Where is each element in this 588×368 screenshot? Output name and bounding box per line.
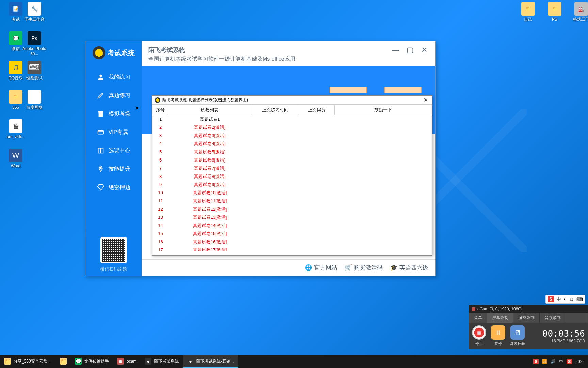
app-subtitle: 全国计算机等级考试学习软件一级计算机基础及Ms office应用 <box>148 56 392 63</box>
tray-icon-4[interactable]: S <box>567 359 572 364</box>
table-row[interactable]: 11真题试卷11[激活] <box>153 197 431 205</box>
tray-icon-0[interactable]: S <box>533 359 539 364</box>
ime-toolbar[interactable]: S 中 •, ☺ ⌨ <box>545 295 585 304</box>
table-row[interactable]: 3真题试卷3[激活] <box>153 132 431 140</box>
nav-shop[interactable]: 模拟考场 <box>90 105 137 123</box>
desktop-icon-7[interactable]: ☁百度网盘 <box>22 90 47 110</box>
table-row[interactable]: 7真题试卷7[激活] <box>153 164 431 172</box>
ocam-tab-2[interactable]: 游戏录制 <box>513 313 540 323</box>
table-row[interactable]: 2真题试卷2[激活] <box>153 123 431 132</box>
table-row[interactable]: 17真题试卷17[激活] <box>153 246 431 251</box>
taskbar-item-1[interactable]: 📁 <box>56 355 71 368</box>
edu-icon: 🎓 <box>390 264 397 271</box>
ocam-tabs: 菜单屏幕录制游戏录制音频录制 <box>469 313 588 323</box>
col-score[interactable]: 上次得分 <box>299 105 335 115</box>
table-row[interactable]: 1真题试卷1 <box>153 115 431 123</box>
table-row[interactable]: 9真题试卷9[激活] <box>153 181 431 189</box>
maximize-button[interactable]: ▢ <box>406 46 414 54</box>
qr-caption: 微信扫码刷题 <box>100 266 127 272</box>
dialog-close-button[interactable]: ✕ <box>422 97 429 103</box>
col-paper[interactable]: 试卷列表 <box>168 105 251 115</box>
col-encourage[interactable]: 鼓励一下 <box>335 105 431 115</box>
rocket-icon <box>97 165 104 173</box>
dialog-icon <box>155 97 160 103</box>
table-row[interactable]: 5真题试卷5[激活] <box>153 148 431 156</box>
table-row[interactable]: 4真题试卷4[激活] <box>153 140 431 148</box>
ocam-title: oCam (0, 0, 1920, 1080) <box>477 307 522 311</box>
ocam-tab-0[interactable]: 菜单 <box>469 313 487 323</box>
tray-icon-3[interactable]: 中 <box>559 359 563 365</box>
footer-link-1[interactable]: 🛒购买激活码 <box>345 264 383 272</box>
table-row[interactable]: 15真题试卷15[激活] <box>153 230 431 238</box>
desktop-icon-9[interactable]: WWord <box>3 149 28 168</box>
tray-icon-1[interactable]: 📶 <box>542 359 547 364</box>
ocam-icon <box>472 307 475 311</box>
taskbar-item-2[interactable]: 💬文件传输助手 <box>71 355 113 368</box>
desktop-icon-5[interactable]: ⌨键盘测试 <box>22 61 47 80</box>
ocam-title-bar[interactable]: oCam (0, 0, 1920, 1080) <box>469 305 588 313</box>
app-logo: 陌飞 考试系统 <box>93 46 135 59</box>
desktop-icon-3[interactable]: PsAdobe Photosh... <box>22 31 47 56</box>
nav-user[interactable]: 我的练习 <box>90 68 137 86</box>
footer-link-2[interactable]: 🎓英语四六级 <box>390 264 428 272</box>
nav-diamond[interactable]: 绝密押题 <box>90 178 137 197</box>
sogou-icon[interactable]: S <box>548 296 554 302</box>
ocam-timer: 00:03:56 16.7MB / 662.7GB <box>542 328 585 343</box>
nav-book[interactable]: 选课中心 <box>90 141 137 160</box>
table-row[interactable]: 13真题试卷13[激活] <box>153 213 431 221</box>
taskbar-item-3[interactable]: ⏺ocam <box>113 355 141 368</box>
sidebar: 陌飞 考试系统 我的练习真题练习模拟考场VIP专属选课中心技能提升绝密押题 微信… <box>85 41 142 276</box>
taskbar-item-0[interactable]: 📁分享_360安全云盘 ... <box>0 355 56 368</box>
taskbar-app-icon: ● <box>187 358 194 365</box>
taskbar-app-icon: ⏺ <box>117 358 124 365</box>
ocam-pause-button[interactable]: ⏸暂停 <box>491 325 505 346</box>
table-row[interactable]: 16真题试卷16[激活] <box>153 238 431 246</box>
col-time[interactable]: 上次练习时间 <box>251 105 299 115</box>
close-button[interactable]: ✕ <box>420 46 428 54</box>
title-bar: 陌飞考试系统 全国计算机等级考试学习软件一级计算机基础及Ms office应用 … <box>142 41 435 66</box>
minimize-button[interactable]: — <box>392 46 400 54</box>
ime-emoji-icon[interactable]: ☺ <box>569 297 574 302</box>
table-row[interactable]: 14真题试卷14[激活] <box>153 221 431 230</box>
brand-text: 考试系统 <box>108 48 135 58</box>
logo-badge-icon: 陌飞 <box>93 46 105 59</box>
app-title: 陌飞考试系统 <box>148 46 392 54</box>
tray-icon-2[interactable]: 🔊 <box>551 359 556 364</box>
ime-punct[interactable]: •, <box>564 297 567 302</box>
desktop-icon-8[interactable]: 🎬am_v45... <box>3 119 28 139</box>
desktop-icon-1[interactable]: 🔧千牛工作台 <box>22 2 47 22</box>
desktop-icon-12[interactable]: 🏭格式工厂 <box>569 2 588 22</box>
table-row[interactable]: 8真题试卷8[激活] <box>153 172 431 181</box>
svg-point-0 <box>99 75 102 77</box>
svg-rect-1 <box>98 131 103 134</box>
ocam-tab-3[interactable]: 音频录制 <box>540 313 566 323</box>
taskbar-item-5[interactable]: ●陌飞考试系统-真题... <box>183 355 238 368</box>
shop-icon <box>97 110 104 118</box>
footer-link-0[interactable]: 🌐官方网站 <box>305 264 337 272</box>
desktop-icon-11[interactable]: 📁PS <box>542 2 567 22</box>
ocam-time: 00:03:56 <box>542 328 585 339</box>
table-row[interactable]: 12真题试卷12[激活] <box>153 205 431 213</box>
ime-keyboard-icon[interactable]: ⌨ <box>576 297 583 302</box>
dialog-title-bar[interactable]: 陌飞考试系统-真题选择列表(双击进入答题界面) ✕ <box>152 96 432 105</box>
nav-label: 选课中心 <box>109 147 130 154</box>
ocam-stop-button[interactable]: ■停止 <box>472 325 486 346</box>
nav-card[interactable]: VIP专属 <box>90 123 137 141</box>
taskbar-item-4[interactable]: ●陌飞考试系统 <box>141 355 183 368</box>
nav-rocket[interactable]: 技能提升 <box>90 160 137 178</box>
nav-pencil[interactable]: 真题练习 <box>90 86 137 105</box>
taskbar-clock[interactable]: 2022 <box>575 359 585 364</box>
ocam-tab-1[interactable]: 屏幕录制 <box>487 313 513 323</box>
table-row[interactable]: 6真题试卷6[激活] <box>153 156 431 164</box>
paper-list-dialog: 陌飞考试系统-真题选择列表(双击进入答题界面) ✕ 序号 试卷列表 上次练习时间… <box>152 95 432 256</box>
qr-code-icon[interactable] <box>100 237 127 263</box>
globe-icon: 🌐 <box>305 264 312 271</box>
nav-label: 真题练习 <box>109 92 130 99</box>
ocam-capture-button[interactable]: 🖥屏幕捕获 <box>510 325 525 346</box>
ime-mode[interactable]: 中 <box>557 296 561 302</box>
table-body[interactable]: 1真题试卷12真题试卷2[激活]3真题试卷3[激活]4真题试卷4[激活]5真题试… <box>153 115 431 251</box>
pencil-icon <box>97 92 104 99</box>
col-index[interactable]: 序号 <box>153 105 168 115</box>
desktop-icon-10[interactable]: 📁自己 <box>516 2 540 22</box>
table-row[interactable]: 10真题试卷10[激活] <box>153 189 431 197</box>
